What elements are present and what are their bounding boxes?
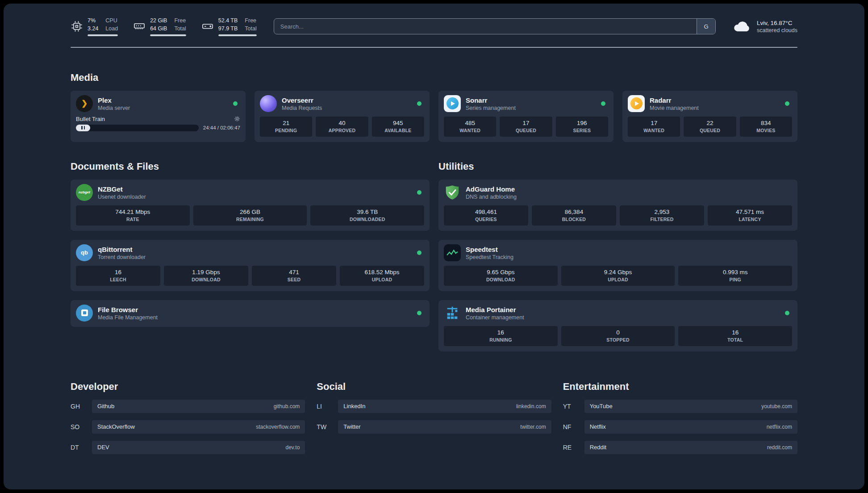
stat-tile: 16 LEECH	[76, 266, 160, 286]
cpu-load-value: 3.24	[88, 25, 98, 33]
section-title-documents: Documents & Files	[71, 161, 430, 172]
filebrowser-icon	[76, 305, 93, 322]
bookmark-link[interactable]: Netflix netflix.com	[584, 420, 797, 434]
plex-icon: ❯	[76, 95, 93, 112]
service-card-adguard[interactable]: AdGuard Home DNS and adblocking 498,461 …	[438, 180, 797, 231]
bookmark-link[interactable]: Twitter twitter.com	[338, 420, 551, 434]
service-description: Series management	[466, 105, 516, 111]
stat-tile: 86,384 BLOCKED	[532, 205, 616, 226]
service-description: Torrent downloader	[98, 254, 146, 260]
stat-value: 21	[262, 120, 310, 126]
bookmark-netflix: NF Netflix netflix.com	[563, 420, 797, 434]
bookmark-link[interactable]: StackOverflow stackoverflow.com	[92, 420, 305, 434]
playback-time: 24:44 / 02:06:47	[203, 125, 240, 130]
pause-button[interactable]	[76, 125, 90, 131]
service-description: Media server	[98, 105, 130, 111]
service-card-nzbget[interactable]: nzbget NZBGet Usenet downloader 744.21 M…	[71, 180, 430, 231]
stat-label: FILTERED	[622, 217, 702, 222]
stat-value: 17	[630, 120, 678, 126]
stat-label: TOTAL	[680, 337, 790, 343]
stat-tile: 834 MOVIES	[740, 117, 792, 137]
bookmark-link[interactable]: LinkedIn linkedin.com	[338, 400, 551, 413]
stat-value: 16	[78, 269, 159, 276]
playback-progress-bar[interactable]	[76, 125, 199, 131]
settings-gear-icon[interactable]	[234, 116, 240, 122]
bookmark-twitter: TW Twitter twitter.com	[317, 420, 551, 434]
cpu-widget: 7% 3.24 CPU Load	[71, 17, 118, 36]
stat-label: MOVIES	[742, 128, 790, 133]
speedtest-icon	[444, 244, 461, 261]
stat-label: RATE	[78, 217, 188, 222]
memory-free-label: Free	[174, 17, 186, 25]
service-card-portainer[interactable]: Media Portainer Container management 16 …	[438, 300, 797, 351]
service-card-speedtest[interactable]: Speedtest Speedtest Tracking 9.65 Gbps D…	[438, 240, 797, 291]
service-name: Sonarr	[466, 96, 516, 105]
service-card-filebrowser[interactable]: File Browser Media File Management	[71, 300, 430, 327]
search-input[interactable]	[274, 19, 697, 34]
search-provider-button[interactable]: G	[697, 19, 715, 34]
bookmark-link[interactable]: YouTube youtube.com	[584, 400, 797, 413]
stat-value: 17	[501, 120, 550, 126]
stat-label: DOWNLOAD	[446, 277, 556, 282]
disk-total-value: 97.9 TB	[218, 25, 238, 33]
service-card-overseerr[interactable]: Overseerr Media Requests 21 PENDING 40 A…	[255, 91, 430, 142]
overseerr-icon	[260, 95, 277, 112]
memory-free-value: 22 GiB	[150, 17, 167, 25]
weather-widget: Lviv, 16.87°C scattered clouds	[733, 18, 797, 34]
service-card-radarr[interactable]: Radarr Movie management 17 WANTED 22 QUE…	[622, 91, 797, 142]
service-description: Media Requests	[282, 105, 322, 111]
cpu-usage-value: 7%	[88, 17, 98, 25]
stat-value: 945	[374, 120, 422, 126]
stat-tile: 9.65 Gbps DOWNLOAD	[444, 266, 558, 286]
media-grid: ❯ Plex Media server Bullet Train	[71, 91, 797, 142]
dashboard-root: 7% 3.24 CPU Load	[4, 4, 864, 489]
bookmark-github: GH Github github.com	[71, 400, 305, 413]
radarr-icon	[628, 95, 645, 112]
stat-label: QUEUED	[685, 128, 734, 133]
stat-value: 86,384	[534, 209, 614, 215]
bookmark-link[interactable]: Github github.com	[92, 400, 305, 413]
stat-value: 9.24 Gbps	[563, 269, 673, 276]
stat-label: SEED	[254, 277, 334, 282]
bookmark-link[interactable]: DEV dev.to	[92, 441, 305, 454]
service-name: Speedtest	[466, 245, 513, 254]
memory-total-value: 64 GiB	[150, 25, 167, 33]
stat-label: STOPPED	[563, 337, 673, 343]
service-card-plex[interactable]: ❯ Plex Media server Bullet Train	[71, 91, 246, 142]
stat-tile: 266 GB REMAINING	[193, 205, 307, 226]
stat-label: RUNNING	[446, 337, 556, 343]
stat-value: 1.19 Gbps	[166, 269, 246, 276]
header-bar: 7% 3.24 CPU Load	[71, 17, 797, 36]
stat-label: SERIES	[558, 128, 606, 133]
service-card-sonarr[interactable]: Sonarr Series management 485 WANTED 17 Q…	[438, 91, 613, 142]
service-card-qbittorrent[interactable]: qb qBittorrent Torrent downloader 16 LEE…	[71, 240, 430, 291]
service-description: Container management	[466, 314, 524, 321]
stat-value: 16	[680, 329, 790, 336]
stat-tile: 17 WANTED	[628, 117, 680, 137]
bookmark-abbr: RE	[563, 444, 584, 451]
stat-value: 39.6 TB	[312, 209, 422, 215]
stat-value: 618.52 Mbps	[342, 269, 422, 276]
stat-tile: 498,461 QUERIES	[444, 205, 528, 226]
section-title-developer: Developer	[71, 381, 305, 393]
bookmark-link[interactable]: Reddit reddit.com	[584, 441, 797, 454]
service-name: File Browser	[98, 305, 158, 314]
utilities-column: Utilities AdGuard Home DNS and adblockin…	[438, 161, 797, 351]
bookmark-group-social: Social LI LinkedIn linkedin.com TW Twitt…	[317, 381, 551, 461]
stat-tile: 16 RUNNING	[444, 326, 558, 346]
cloud-icon	[733, 18, 751, 34]
stat-value: 40	[317, 120, 366, 126]
stat-value: 0	[563, 329, 673, 336]
service-description: Speedtest Tracking	[466, 254, 513, 260]
memory-widget: 22 GiB 64 GiB Free Total	[133, 17, 186, 36]
service-name: Radarr	[650, 96, 699, 105]
weather-condition: scattered clouds	[757, 27, 797, 33]
stat-tile: 471 SEED	[252, 266, 336, 286]
stat-label: BLOCKED	[534, 217, 614, 222]
stat-tile: 485 WANTED	[444, 117, 496, 137]
stat-tile: 618.52 Mbps UPLOAD	[340, 266, 424, 286]
stat-tile: 1.19 Gbps DOWNLOAD	[164, 266, 248, 286]
stat-label: DOWNLOAD	[166, 277, 246, 282]
stat-value: 2,953	[622, 209, 702, 215]
stat-label: QUERIES	[446, 217, 526, 222]
